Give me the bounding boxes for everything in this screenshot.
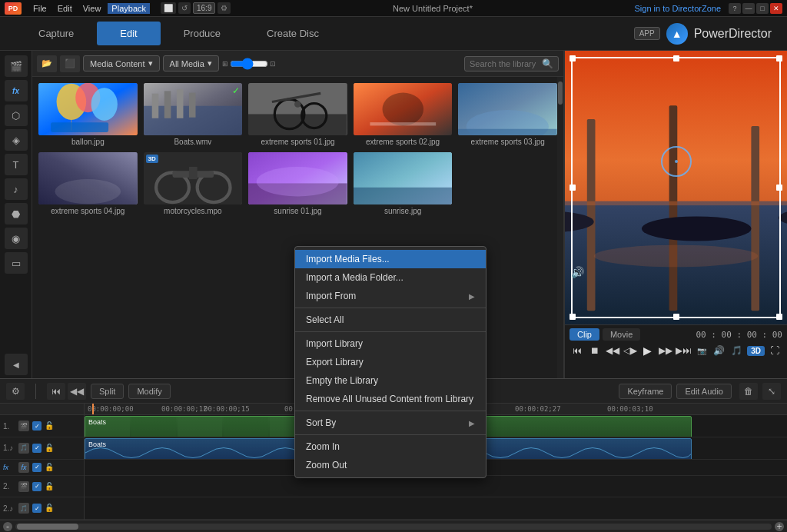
media-item-balloon[interactable]: ballon.jpg xyxy=(38,83,138,146)
ctx-import-from[interactable]: Import From ▶ xyxy=(295,287,486,305)
tab-create-disc[interactable]: Create Disc xyxy=(244,22,342,45)
track-2a-check[interactable]: ✓ xyxy=(32,504,42,513)
menu-view[interactable]: View xyxy=(79,3,105,14)
clip-button[interactable]: Clip xyxy=(569,328,599,341)
media-item-moto[interactable]: 3D motorcycles.mpo xyxy=(144,152,243,215)
all-media-dropdown[interactable]: All Media ▾ xyxy=(163,55,219,71)
tl-start[interactable]: ⏮ xyxy=(47,383,65,400)
ctx-sort-by[interactable]: Sort By ▶ xyxy=(295,414,486,432)
tool-voice[interactable]: ⬣ xyxy=(5,203,28,224)
menu-file[interactable]: File xyxy=(29,3,51,14)
tl-delete[interactable]: 🗑 xyxy=(739,383,758,400)
ctx-remove-unused[interactable]: Remove All Unused Content from Library xyxy=(295,390,486,408)
tl-modify[interactable]: Modify xyxy=(128,384,170,399)
close-button[interactable]: ✕ xyxy=(770,3,782,14)
pb-stop[interactable]: ⏹ xyxy=(587,344,602,357)
pb-to-end[interactable]: ▶⏭ xyxy=(676,344,691,357)
pb-3d-badge[interactable]: 3D xyxy=(747,346,765,356)
pb-volume[interactable]: 🔊 xyxy=(712,344,726,357)
menu-edit[interactable]: Edit xyxy=(54,3,76,14)
app-button[interactable]: APP xyxy=(634,27,660,40)
track-1a-check[interactable]: ✓ xyxy=(32,444,42,453)
media-item-sport4[interactable]: extreme sports 04.jpg xyxy=(38,152,138,215)
tl-scroll-left[interactable]: - xyxy=(3,522,12,531)
media-item-boats[interactable]: ✓ Boats.wmv xyxy=(144,83,243,146)
menu-playback[interactable]: Playback xyxy=(108,3,150,14)
track-2a-lock[interactable]: 🔓 xyxy=(45,504,54,513)
collapse-btn[interactable]: ◀ xyxy=(5,354,28,375)
search-icon[interactable]: 🔍 xyxy=(542,58,553,69)
grid-size-slider[interactable]: ⊞ ⊡ xyxy=(222,58,284,70)
movie-button[interactable]: Movie xyxy=(603,328,640,341)
ctx-divider-1 xyxy=(295,308,486,308)
toolbar-icon-1[interactable]: ⬜ xyxy=(161,2,176,14)
track-1-check[interactable]: ✓ xyxy=(32,421,42,431)
ctx-zoom-in[interactable]: Zoom In xyxy=(295,437,486,456)
tl-keyframe[interactable]: Keyframe xyxy=(619,384,672,399)
import-btn[interactable]: 📂 xyxy=(37,55,57,72)
media-content-dropdown[interactable]: Media Content ▾ xyxy=(83,55,160,71)
settings-icon[interactable]: ⚙ xyxy=(218,2,231,14)
tool-music[interactable]: ♪ xyxy=(5,178,28,200)
tab-edit[interactable]: Edit xyxy=(97,22,160,45)
tl-master-settings[interactable]: ⚙ xyxy=(6,383,25,400)
tool-subtitle[interactable]: ▭ xyxy=(5,252,28,274)
tl-rewind[interactable]: ◀◀ xyxy=(68,383,86,400)
ctx-select-all[interactable]: Select All xyxy=(295,311,486,329)
track-1a-lock[interactable]: 🔓 xyxy=(45,444,54,453)
sign-in-link[interactable]: Sign in to DirectorZone xyxy=(635,4,722,13)
tool-chapter[interactable]: ◉ xyxy=(5,228,28,249)
tl-split[interactable]: Split xyxy=(91,384,124,399)
track-1-lock[interactable]: 🔓 xyxy=(45,421,54,431)
tl-edit-audio[interactable]: Edit Audio xyxy=(676,384,732,399)
ctx-export-library[interactable]: Export Library xyxy=(295,353,486,371)
track-2-check[interactable]: ✓ xyxy=(32,482,42,491)
puzzle-btn[interactable]: ⬛ xyxy=(60,55,80,72)
pb-to-start[interactable]: ⏮ xyxy=(569,344,584,357)
minimize-button[interactable]: — xyxy=(742,3,755,14)
ctx-import-library[interactable]: Import Library xyxy=(295,334,486,353)
ctx-zoom-out[interactable]: Zoom Out xyxy=(295,456,486,474)
pb-snapshot[interactable]: 📷 xyxy=(694,344,709,357)
media-item-sport2[interactable]: extreme sports 02.jpg xyxy=(354,83,453,146)
media-item-sunrise1[interactable]: sunrise 01.jpg xyxy=(248,152,347,215)
library-toolbar: 📂 ⬛ Media Content ▾ All Media ▾ ⊞ ⊡ 🔍 xyxy=(32,51,563,77)
tl-scrollbar-thumb[interactable] xyxy=(17,524,78,530)
pb-prev-marker[interactable]: ◁▶ xyxy=(623,344,637,357)
tool-transition[interactable]: ⬡ xyxy=(5,105,28,126)
ctx-import-media[interactable]: Import Media Files... xyxy=(295,250,486,268)
tl-scrollbar-track xyxy=(15,524,772,530)
track-2-lock[interactable]: 🔓 xyxy=(45,482,54,491)
tool-title[interactable]: T xyxy=(5,154,28,175)
toolbar-icon-2[interactable]: ↺ xyxy=(178,2,191,14)
tab-capture[interactable]: Capture xyxy=(15,22,97,45)
tl-scroll-right[interactable]: + xyxy=(775,522,784,531)
playhead[interactable] xyxy=(92,404,94,415)
playback-buttons: ⏮ ⏹ ◀◀ ◁▶ ▶ ▶▶ ▶⏭ 📷 🔊 🎵 3D ⛶ xyxy=(569,344,782,357)
search-input[interactable] xyxy=(470,59,539,68)
clip-movie-bar: Clip Movie 00 : 00 : 00 : 00 xyxy=(569,328,782,341)
grid-range[interactable] xyxy=(230,58,268,70)
pb-frame-fwd[interactable]: ▶▶ xyxy=(658,344,672,357)
window-title: New Untitled Project* xyxy=(238,4,626,13)
tool-media[interactable]: 🎬 xyxy=(5,55,28,77)
pb-fullscreen[interactable]: ⛶ xyxy=(768,344,782,357)
track-fx-lock[interactable]: 🔓 xyxy=(45,463,54,472)
maximize-button[interactable]: □ xyxy=(756,3,769,14)
scroll-thumb[interactable] xyxy=(558,81,563,105)
help-button[interactable]: ? xyxy=(729,3,741,14)
ctx-empty-library[interactable]: Empty the Library xyxy=(295,371,486,390)
tool-overlay[interactable]: ◈ xyxy=(5,129,28,151)
tool-fx[interactable]: fx xyxy=(5,80,28,101)
tab-produce[interactable]: Produce xyxy=(161,22,244,45)
pb-play[interactable]: ▶ xyxy=(640,344,655,357)
pb-frame-back[interactable]: ◀◀ xyxy=(605,344,619,357)
media-item-sport1[interactable]: extreme sports 01.jpg xyxy=(248,83,347,146)
tl-expand[interactable]: ⤡ xyxy=(762,383,781,400)
media-item-sunrise[interactable]: sunrise.jpg xyxy=(354,152,453,215)
media-item-sport3[interactable]: extreme sports 03.jpg xyxy=(458,83,557,146)
ctx-import-folder[interactable]: Import a Media Folder... xyxy=(295,268,486,287)
undo-counter: 16:9 xyxy=(193,2,215,14)
pb-audio[interactable]: 🎵 xyxy=(729,344,744,357)
track-fx-check[interactable]: ✓ xyxy=(32,463,42,472)
